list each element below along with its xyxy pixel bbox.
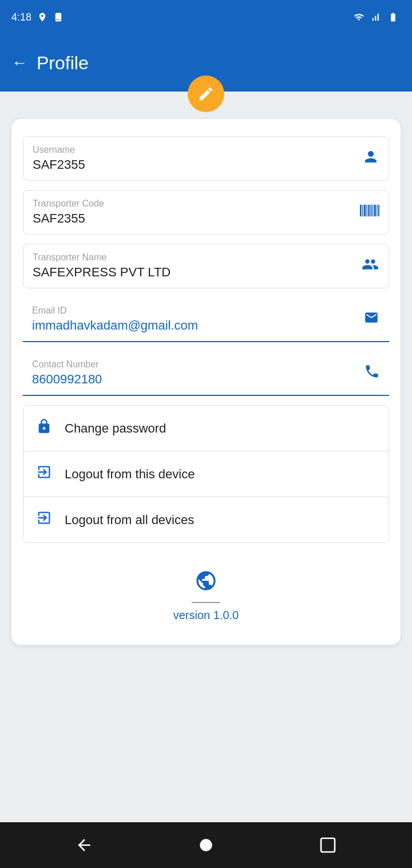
email-content: Email ID immadhavkadam@gmail.com bbox=[32, 306, 357, 333]
edit-fab-button[interactable] bbox=[188, 76, 224, 112]
underline-divider bbox=[192, 602, 220, 603]
contact-field: Contact Number 8600992180 bbox=[23, 351, 389, 396]
svg-rect-4 bbox=[368, 204, 370, 216]
nav-home-button[interactable] bbox=[197, 836, 215, 854]
contact-value: 8600992180 bbox=[32, 372, 358, 387]
username-icon bbox=[362, 148, 379, 169]
username-content: Username SAF2355 bbox=[33, 145, 356, 172]
transporter-code-label: Transporter Code bbox=[33, 199, 354, 209]
logout-all-button[interactable]: Logout from all devices bbox=[23, 497, 389, 542]
footer-area: version 1.0.0 bbox=[23, 552, 389, 633]
svg-rect-8 bbox=[377, 204, 377, 216]
svg-rect-3 bbox=[367, 204, 367, 216]
svg-rect-2 bbox=[364, 204, 366, 216]
main-content: Username SAF2355 Transporter Code SAF235… bbox=[0, 92, 412, 822]
nav-recent-button[interactable] bbox=[319, 836, 337, 854]
profile-card: Username SAF2355 Transporter Code SAF235… bbox=[11, 119, 401, 645]
email-icon bbox=[363, 310, 380, 329]
lock-icon bbox=[35, 418, 53, 438]
transporter-code-content: Transporter Code SAF2355 bbox=[33, 199, 354, 226]
location-icon bbox=[37, 12, 47, 22]
logout-device-label: Logout from this device bbox=[65, 467, 195, 482]
svg-rect-5 bbox=[370, 204, 371, 216]
back-button[interactable]: ← bbox=[11, 54, 27, 72]
svg-rect-6 bbox=[373, 204, 373, 216]
change-password-label: Change password bbox=[65, 421, 166, 436]
transporter-name-field: Transporter Name SAFEXPRESS PVT LTD bbox=[23, 244, 389, 288]
svg-rect-0 bbox=[360, 204, 362, 216]
svg-point-10 bbox=[200, 839, 212, 851]
username-field: Username SAF2355 bbox=[23, 136, 389, 181]
logout-all-label: Logout from all devices bbox=[65, 513, 194, 528]
phone-icon bbox=[364, 363, 380, 383]
logout-device-button[interactable]: Logout from this device bbox=[23, 451, 389, 497]
action-group: Change password Logout from this device bbox=[23, 405, 389, 543]
svg-rect-7 bbox=[374, 204, 375, 216]
status-bar: 4:18 bbox=[0, 0, 412, 34]
person-group-icon bbox=[361, 256, 379, 277]
contact-content: Contact Number 8600992180 bbox=[32, 359, 358, 387]
nav-back-button[interactable] bbox=[75, 836, 93, 854]
signal-icon bbox=[370, 12, 381, 22]
battery-icon bbox=[386, 12, 401, 22]
transporter-name-label: Transporter Name bbox=[33, 252, 355, 263]
status-left: 4:18 bbox=[11, 11, 64, 23]
username-label: Username bbox=[33, 145, 356, 155]
sim-icon bbox=[53, 12, 64, 22]
bottom-nav bbox=[0, 822, 412, 868]
transporter-name-value: SAFEXPRESS PVT LTD bbox=[33, 265, 355, 280]
logout-device-icon bbox=[35, 464, 53, 484]
change-password-button[interactable]: Change password bbox=[23, 406, 389, 451]
wifi-icon bbox=[352, 12, 365, 22]
contact-label: Contact Number bbox=[32, 359, 358, 370]
email-label: Email ID bbox=[32, 306, 357, 316]
edit-icon bbox=[197, 85, 215, 102]
email-field: Email ID immadhavkadam@gmail.com bbox=[23, 298, 389, 342]
transporter-code-value: SAF2355 bbox=[33, 211, 354, 226]
svg-rect-1 bbox=[362, 204, 363, 216]
logout-all-icon bbox=[35, 510, 53, 530]
version-text: version 1.0.0 bbox=[173, 609, 239, 622]
username-value: SAF2355 bbox=[33, 157, 356, 172]
status-time: 4:18 bbox=[11, 11, 31, 23]
transporter-code-field: Transporter Code SAF2355 bbox=[23, 190, 389, 235]
email-value: immadhavkadam@gmail.com bbox=[32, 318, 357, 333]
status-right bbox=[352, 12, 401, 22]
transporter-name-content: Transporter Name SAFEXPRESS PVT LTD bbox=[33, 252, 355, 280]
svg-rect-11 bbox=[321, 838, 335, 852]
globe-icon bbox=[195, 569, 217, 597]
barcode-icon bbox=[360, 203, 379, 222]
page-title: Profile bbox=[37, 53, 89, 74]
svg-rect-9 bbox=[378, 204, 379, 216]
